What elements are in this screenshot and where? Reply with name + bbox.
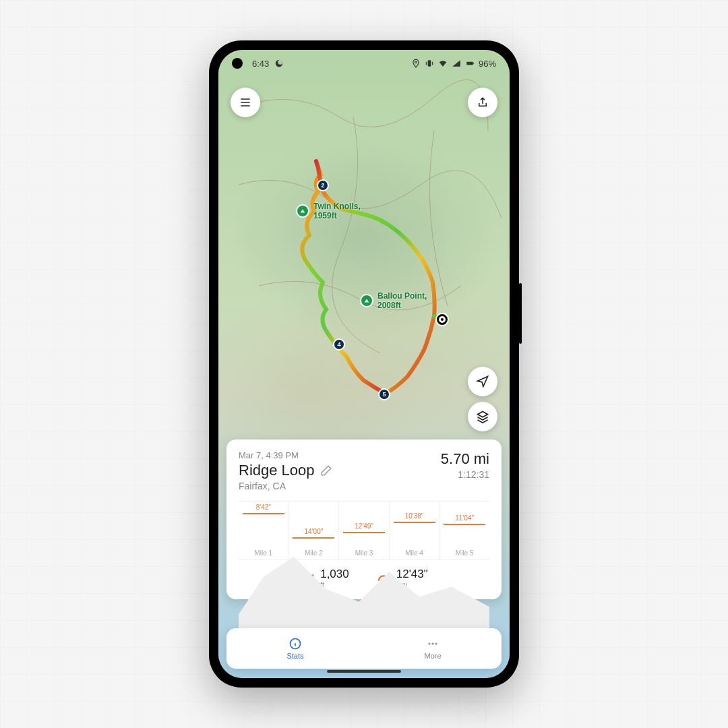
svg-point-7 xyxy=(429,643,431,645)
split-pace-bar xyxy=(293,537,334,539)
split-pace-label: 14'00" xyxy=(305,528,324,535)
elevation-summary: 1,030 ft xyxy=(300,568,349,588)
tab-stats[interactable]: Stats xyxy=(226,628,364,669)
tab-more[interactable]: More xyxy=(364,628,502,669)
pace-unit: / mi xyxy=(396,581,428,588)
activity-location: Fairfax, CA xyxy=(239,481,332,491)
activity-title: Ridge Loop xyxy=(239,462,315,479)
status-battery-pct: 96% xyxy=(479,59,496,69)
status-bar: 6:43 xyxy=(218,50,510,77)
share-icon xyxy=(477,96,489,109)
phone-frame: 6:43 xyxy=(209,40,519,688)
pace-value: 12'43" xyxy=(396,568,428,581)
tab-more-label: More xyxy=(424,652,441,660)
compass-arrow-icon xyxy=(476,375,489,388)
svg-point-9 xyxy=(435,643,437,645)
split-mile-label: Mile 4 xyxy=(405,549,423,557)
split-pace-bar xyxy=(343,532,385,533)
split-column: 8'42"Mile 1 xyxy=(239,502,289,559)
menu-button[interactable] xyxy=(231,88,260,117)
svg-rect-3 xyxy=(428,60,431,66)
elevation-unit: ft xyxy=(320,581,349,588)
layers-button[interactable] xyxy=(468,402,497,431)
locate-button[interactable] xyxy=(468,367,497,396)
camera-hole xyxy=(232,58,243,69)
pace-summary: 12'43" / mi xyxy=(376,568,428,588)
split-mile-label: Mile 5 xyxy=(456,549,474,557)
activity-distance: 5.70 mi xyxy=(441,450,489,468)
activity-card: Mar 7, 4:39 PM Ridge Loop Fairfax, CA 5.… xyxy=(226,439,502,599)
mile-marker-4: 4 xyxy=(333,338,345,351)
elevation-value: 1,030 xyxy=(320,568,349,581)
svg-point-1 xyxy=(278,60,283,65)
edit-icon[interactable] xyxy=(320,464,332,477)
svg-rect-5 xyxy=(473,63,474,64)
splits-chart[interactable]: 8'42"Mile 114'00"Mile 212'49"Mile 310'38… xyxy=(239,501,489,560)
svg-point-2 xyxy=(415,61,417,63)
share-button[interactable] xyxy=(468,88,497,117)
moon-icon xyxy=(274,59,284,68)
poi-name: Twin Knolls, xyxy=(313,202,361,211)
info-icon xyxy=(289,637,302,650)
tab-bar: Stats More xyxy=(226,628,502,669)
battery-icon xyxy=(465,59,475,68)
summary-row: 1,030 ft 12'43" / mi xyxy=(239,560,489,591)
trend-up-icon xyxy=(300,571,315,586)
poi-elev: 2008ft xyxy=(377,301,427,310)
svg-rect-4 xyxy=(466,62,473,65)
split-mile-label: Mile 1 xyxy=(254,549,272,557)
more-icon xyxy=(426,637,439,650)
route-end-marker xyxy=(437,314,448,325)
mountain-icon xyxy=(296,204,309,218)
poi-twin-knolls[interactable]: Twin Knolls, 1959ft xyxy=(296,202,361,220)
split-mile-label: Mile 2 xyxy=(305,549,323,557)
split-pace-label: 10'38" xyxy=(405,512,424,520)
layers-icon xyxy=(476,410,489,423)
vibrate-icon xyxy=(425,59,434,68)
split-pace-label: 11'04" xyxy=(455,514,474,522)
svg-point-8 xyxy=(432,643,434,645)
mountain-icon xyxy=(360,294,373,307)
split-column: 10'38"Mile 4 xyxy=(389,502,439,559)
poi-name: Ballou Point, xyxy=(377,291,427,301)
poi-elev: 1959ft xyxy=(313,211,361,220)
wifi-icon xyxy=(438,59,448,68)
split-pace-bar xyxy=(243,513,284,514)
split-pace-bar xyxy=(394,522,435,523)
split-pace-label: 12'49" xyxy=(355,522,373,530)
activity-date: Mar 7, 4:39 PM xyxy=(239,450,332,460)
split-column: 11'04"Mile 5 xyxy=(439,502,489,559)
home-indicator[interactable] xyxy=(327,670,401,673)
mile-marker-5: 5 xyxy=(378,388,390,400)
gauge-icon xyxy=(376,571,391,586)
split-pace-label: 8'42" xyxy=(256,504,271,511)
hamburger-icon xyxy=(239,96,252,109)
split-column: 14'00"Mile 2 xyxy=(289,502,339,559)
poi-ballou-point[interactable]: Ballou Point, 2008ft xyxy=(360,291,427,310)
activity-duration: 1:12:31 xyxy=(441,469,489,480)
location-icon xyxy=(411,59,421,68)
split-column: 12'49"Mile 3 xyxy=(338,502,389,559)
mile-marker-2: 2 xyxy=(317,179,329,191)
status-time: 6:43 xyxy=(252,59,269,69)
phone-screen: 6:43 xyxy=(218,50,510,678)
split-mile-label: Mile 3 xyxy=(355,549,373,557)
signal-icon xyxy=(452,59,461,68)
tab-stats-label: Stats xyxy=(286,652,303,660)
split-pace-bar xyxy=(444,524,485,525)
